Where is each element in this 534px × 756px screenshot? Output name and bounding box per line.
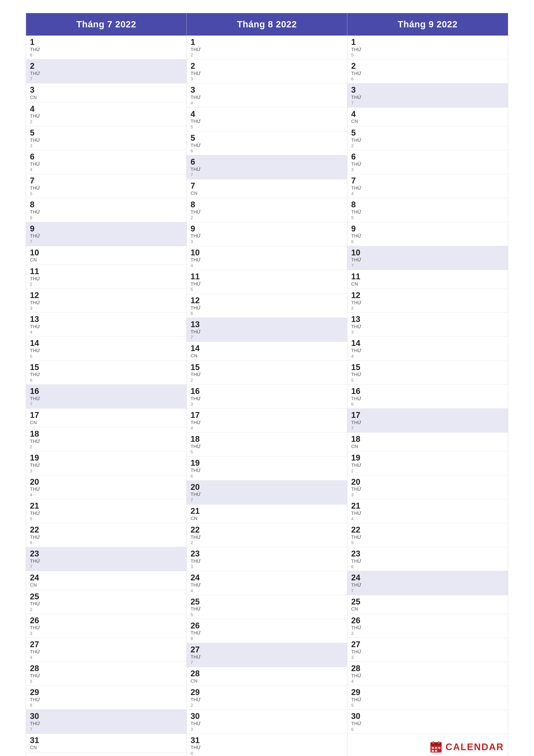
day-row[interactable]: 17THỨ4 [187,409,347,433]
day-row[interactable]: 18THỨ2 [26,427,187,451]
day-row[interactable]: 30THỨ6 [347,710,508,734]
day-row[interactable]: 10THỨ4 [187,246,347,270]
day-row[interactable]: 2THỨ3 [187,60,347,83]
day-row[interactable]: 15THỨ2 [187,361,347,385]
day-row[interactable]: 3THỨ4 [187,83,347,107]
day-row[interactable]: 6THỨ7 [187,155,347,179]
day-row[interactable]: 12THỨ6 [187,294,347,318]
day-row[interactable]: 5THỨ3 [26,126,187,150]
day-row[interactable]: 8THỨ5 [347,198,508,222]
day-row[interactable]: 19THỨ2 [347,451,508,475]
day-row[interactable]: 13THỨ4 [26,313,187,337]
day-row[interactable]: 20THỨ7 [187,481,347,504]
day-row[interactable]: 9THỨ6 [347,222,508,246]
day-row[interactable]: 19THỨ3 [26,451,187,475]
day-row[interactable]: 22THỨ6 [26,523,187,547]
day-row[interactable]: 3THỨ7 [347,83,508,107]
day-row[interactable]: 24CN [26,571,187,590]
day-row[interactable]: 8THỨ6 [26,198,187,222]
day-row[interactable]: 22THỨ5 [347,523,508,547]
day-row[interactable]: 18THỨ5 [187,433,347,456]
day-row[interactable]: 7THỨ4 [347,174,508,198]
day-row[interactable]: 17CN [26,409,187,427]
day-row[interactable]: 4CN [347,108,508,126]
day-row[interactable]: 13THỨ7 [187,318,347,342]
day-label: THỨ [351,511,504,516]
day-row[interactable]: 2THỨ7 [26,60,187,83]
day-row[interactable]: 2THỨ6 [347,60,508,83]
day-row[interactable]: 14CN [187,342,347,361]
day-row[interactable]: 21CN [187,504,347,523]
day-row[interactable]: 29THỨ2 [187,686,347,710]
day-row[interactable]: 24THỨ7 [347,571,508,595]
day-row[interactable]: 29THỨ6 [26,686,187,710]
day-row[interactable]: 23THỨ6 [347,547,508,571]
day-row[interactable]: 6THỨ3 [347,150,508,174]
day-row[interactable]: 20THỨ4 [26,475,187,499]
day-row[interactable]: 27THỨ4 [26,638,187,662]
day-number: 28 [351,664,504,673]
day-row[interactable]: 28CN [187,667,347,686]
day-number: 21 [30,501,183,511]
day-row[interactable]: 19THỨ6 [187,456,347,480]
day-row[interactable]: 1THỨ2 [187,36,347,60]
day-week-num: 7 [30,401,183,407]
day-row[interactable]: 23THỨ3 [187,547,347,571]
day-label: THỨ [30,276,183,282]
day-row[interactable]: 1THỨ6 [26,36,187,60]
day-row[interactable]: 28THỨ4 [347,662,508,686]
day-row[interactable]: 25THỨ5 [187,595,347,619]
day-row[interactable]: 6THỨ4 [26,150,187,174]
day-row[interactable]: 12THỨ2 [347,289,508,313]
day-row[interactable]: 11THỨ2 [26,265,187,289]
day-row[interactable]: 12THỨ3 [26,289,187,313]
day-row[interactable]: 8THỨ2 [187,198,347,222]
day-row[interactable]: 26THỨ2 [347,614,508,638]
day-row[interactable]: 5THỨ6 [187,131,347,155]
day-row[interactable]: 31CN [26,734,187,753]
day-row[interactable]: 14THỨ5 [26,337,187,361]
day-row[interactable]: 21THỨ4 [347,499,508,523]
day-row[interactable]: 23THỨ7 [26,547,187,571]
day-row[interactable]: 13THỨ3 [347,313,508,337]
day-row[interactable]: 30THỨ3 [187,710,347,734]
day-row[interactable]: 15THỨ6 [26,361,187,385]
day-row[interactable]: 24THỨ4 [187,571,347,595]
day-row[interactable]: 4THỨ2 [26,102,187,126]
day-row[interactable]: 16THỨ3 [187,385,347,409]
day-row[interactable]: 28THỨ5 [26,662,187,686]
day-row[interactable]: 15THỨ5 [347,361,508,385]
day-row[interactable]: 16THỨ6 [347,385,508,409]
day-row[interactable]: 4THỨ5 [187,108,347,131]
day-row[interactable]: 22THỨ2 [187,523,347,547]
day-row[interactable]: 1THỨ5 [347,36,508,60]
day-row[interactable]: 27THỨ3 [347,638,508,662]
day-row[interactable]: 25CN [347,595,508,614]
day-number: 14 [351,339,504,348]
day-row[interactable]: 25THỨ2 [26,590,187,614]
day-row[interactable]: 20THỨ3 [347,475,508,499]
day-row[interactable]: 9THỨ7 [26,222,187,246]
day-row[interactable]: 9THỨ3 [187,222,347,246]
day-row[interactable]: 7CN [187,179,347,198]
day-number: 9 [191,224,343,233]
day-row[interactable]: 17THỨ7 [347,409,508,433]
day-row[interactable]: 29THỨ5 [347,686,508,710]
day-row[interactable]: 5THỨ2 [347,126,508,150]
day-row[interactable]: 30THỨ7 [26,710,187,734]
day-row[interactable]: 26THỨ6 [187,619,347,643]
day-row[interactable]: 14THỨ4 [347,337,508,361]
day-row[interactable]: 31THỨ4 [187,734,347,756]
day-row[interactable]: 26THỨ3 [26,614,187,638]
day-row[interactable]: 3CN [26,83,187,102]
day-number: 24 [191,573,343,582]
day-row[interactable]: 18CN [347,433,508,451]
day-row[interactable]: 27THỨ7 [187,643,347,667]
day-row[interactable]: 16THỨ7 [26,385,187,409]
day-row[interactable]: 21THỨ5 [26,499,187,523]
day-row[interactable]: 11THỨ5 [187,270,347,294]
day-row[interactable]: 10THỨ7 [347,246,508,270]
day-row[interactable]: 11CN [347,270,508,289]
day-row[interactable]: 7THỨ5 [26,174,187,198]
day-row[interactable]: 10CN [26,246,187,265]
